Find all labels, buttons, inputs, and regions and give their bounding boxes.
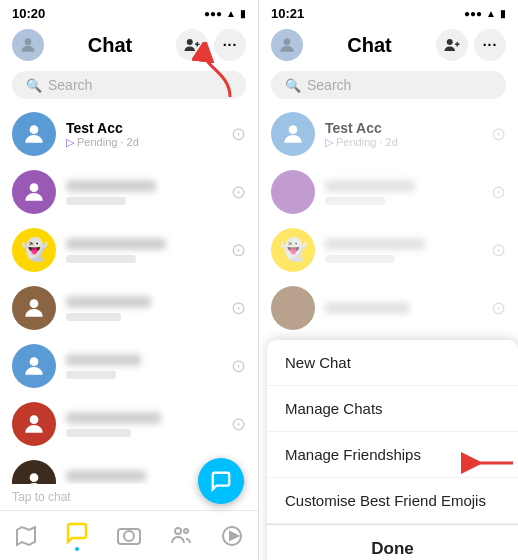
chat-item-6[interactable]: ⊙ xyxy=(0,395,258,453)
info-6 xyxy=(66,412,221,437)
camera-icon-testacc: ⊙ xyxy=(231,123,246,145)
svg-point-13 xyxy=(124,531,134,541)
right-testacc-name: Test Acc xyxy=(325,120,481,136)
done-button[interactable]: Done xyxy=(267,524,518,560)
right-user-avatar[interactable] xyxy=(271,29,303,61)
right-search-bar[interactable]: 🔍 Search xyxy=(271,71,506,99)
right-header-icons: ··· xyxy=(436,29,506,61)
right-avatar-2 xyxy=(271,170,315,214)
svg-point-6 xyxy=(30,299,39,308)
name-blurred-5 xyxy=(66,354,141,366)
right-search-icon: 🔍 xyxy=(285,78,301,93)
chat-item-4[interactable]: ⊙ xyxy=(0,279,258,337)
info-2 xyxy=(66,180,221,205)
avatar-4 xyxy=(12,286,56,330)
right-panel: 10:21 ●●● ▲ ▮ Chat ··· 🔍 Search xyxy=(259,0,518,560)
left-header-icons: ··· xyxy=(176,29,246,61)
left-time: 10:20 xyxy=(12,6,45,21)
dropdown-item-customise-emojis[interactable]: Customise Best Friend Emojis xyxy=(267,478,518,524)
avatar-5 xyxy=(12,344,56,388)
left-status-icons: ●●● ▲ ▮ xyxy=(204,8,246,19)
right-more-options-button[interactable]: ··· xyxy=(474,29,506,61)
name-blurred-3 xyxy=(66,238,166,250)
left-panel: 10:20 ●●● ▲ ▮ Chat ··· 🔍 Search xyxy=(0,0,259,560)
battery-icon: ▮ xyxy=(240,8,246,19)
user-avatar[interactable] xyxy=(12,29,44,61)
more-options-button[interactable]: ··· xyxy=(214,29,246,61)
right-item-2: ⊙ xyxy=(259,163,518,221)
dropdown-item-new-chat[interactable]: New Chat xyxy=(267,340,518,386)
right-add-friend-button[interactable] xyxy=(436,29,468,61)
right-wifi-icon: ●●● xyxy=(464,8,482,19)
camera-icon-5: ⊙ xyxy=(231,355,246,377)
search-icon: 🔍 xyxy=(26,78,42,93)
sub-blurred-6 xyxy=(66,429,131,437)
right-header: Chat ··· xyxy=(259,23,518,67)
right-chat-item-testacc: Test Acc ▷ Pending · 2d ⊙ xyxy=(259,105,518,163)
name-blurred-7 xyxy=(66,470,146,482)
right-time: 10:21 xyxy=(271,6,304,21)
svg-point-9 xyxy=(30,473,39,482)
info-5 xyxy=(66,354,221,379)
avatar-6 xyxy=(12,402,56,446)
left-search-bar[interactable]: 🔍 Search xyxy=(12,71,246,99)
right-chat-title: Chat xyxy=(311,34,428,57)
name-blurred-6 xyxy=(66,412,161,424)
sub-blurred-5 xyxy=(66,371,116,379)
svg-point-5 xyxy=(30,183,39,192)
right-testacc-sub: ▷ Pending · 2d xyxy=(325,136,481,149)
nav-camera[interactable] xyxy=(117,524,141,548)
chat-item-2[interactable]: ⊙ xyxy=(0,163,258,221)
dropdown-menu: New Chat Manage Chats Manage Friendships… xyxy=(267,340,518,560)
add-friend-button[interactable] xyxy=(176,29,208,61)
wifi-icon: ●●● xyxy=(204,8,222,19)
left-bottom-nav xyxy=(0,510,258,560)
left-header: Chat ··· xyxy=(0,23,258,67)
right-battery-icon: ▮ xyxy=(500,8,506,19)
chat-item-3[interactable]: 👻 ⊙ xyxy=(0,221,258,279)
dropdown-item-manage-chats[interactable]: Manage Chats xyxy=(267,386,518,432)
right-item-4: ⊙ xyxy=(259,279,518,337)
testacc-avatar xyxy=(12,112,56,156)
svg-point-20 xyxy=(447,39,453,45)
right-signal-icon: ▲ xyxy=(486,8,496,19)
camera-icon-2: ⊙ xyxy=(231,181,246,203)
right-testacc-avatar xyxy=(271,112,315,156)
sub-blurred-3 xyxy=(66,255,136,263)
svg-marker-12 xyxy=(17,527,35,545)
snapchat-ghost-avatar: 👻 xyxy=(12,228,56,272)
svg-point-1 xyxy=(187,39,193,45)
nav-chat[interactable] xyxy=(65,521,89,551)
testacc-sub: ▷ Pending · 2d xyxy=(66,136,221,149)
nav-play[interactable] xyxy=(220,524,244,548)
info-3 xyxy=(66,238,221,263)
svg-point-0 xyxy=(25,38,32,45)
left-chat-list: Test Acc ▷ Pending · 2d ⊙ ⊙ 👻 xyxy=(0,105,258,484)
right-status-icons: ●●● ▲ ▮ xyxy=(464,8,506,19)
chat-item-testacc[interactable]: Test Acc ▷ Pending · 2d ⊙ xyxy=(0,105,258,163)
avatar-2 xyxy=(12,170,56,214)
name-blurred-4 xyxy=(66,296,151,308)
svg-point-19 xyxy=(284,38,291,45)
camera-icon-6: ⊙ xyxy=(231,413,246,435)
name-blurred-2 xyxy=(66,180,156,192)
new-chat-fab[interactable] xyxy=(198,458,244,504)
info-4 xyxy=(66,296,221,321)
dropdown-item-manage-friendships[interactable]: Manage Friendships xyxy=(267,432,518,478)
right-ghost: 👻 xyxy=(271,228,315,272)
testacc-info: Test Acc ▷ Pending · 2d xyxy=(66,120,221,149)
search-placeholder: Search xyxy=(48,77,92,93)
svg-point-15 xyxy=(175,528,181,534)
svg-point-8 xyxy=(30,415,39,424)
svg-point-7 xyxy=(30,357,39,366)
svg-point-4 xyxy=(30,125,39,134)
nav-friends[interactable] xyxy=(169,524,193,548)
nav-map[interactable] xyxy=(14,524,38,548)
left-status-bar: 10:20 ●●● ▲ ▮ xyxy=(0,0,258,23)
chat-item-5[interactable]: ⊙ xyxy=(0,337,258,395)
right-avatar-4 xyxy=(271,286,315,330)
right-item-3: 👻 ⊙ xyxy=(259,221,518,279)
right-camera-icon-testacc: ⊙ xyxy=(491,123,506,145)
right-status-bar: 10:21 ●●● ▲ ▮ xyxy=(259,0,518,23)
avatar-7 xyxy=(12,460,56,484)
